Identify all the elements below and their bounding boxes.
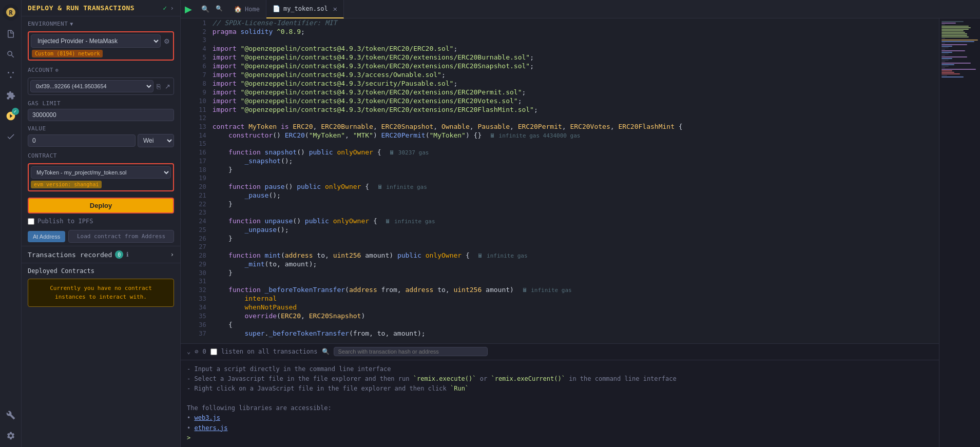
gas-limit-input[interactable] bbox=[28, 109, 174, 121]
code-scroll-area[interactable]: 1 // SPDX-License-Identifier: MIT 2 prag… bbox=[181, 18, 939, 343]
search-tx-input[interactable] bbox=[334, 347, 488, 356]
no-contract-message: Currently you have no contract instances… bbox=[50, 285, 152, 300]
check-icon: ✓ bbox=[163, 4, 167, 12]
table-row: 25 _unpause(); bbox=[181, 225, 939, 234]
line-num-16: 16 bbox=[181, 148, 213, 157]
deploy-badge: ✓ bbox=[12, 108, 19, 115]
code-line-22: } bbox=[213, 200, 939, 208]
tab-my-token[interactable]: 📄 my_token.sol ✕ bbox=[266, 0, 344, 18]
tab-close-button[interactable]: ✕ bbox=[333, 5, 337, 13]
copy-address-button[interactable]: ⎘ bbox=[156, 82, 162, 91]
code-line-12 bbox=[213, 114, 939, 122]
line-num-29: 29 bbox=[181, 260, 213, 268]
line-num-27: 27 bbox=[181, 243, 213, 251]
sidebar-icon-test[interactable] bbox=[2, 127, 20, 146]
env-info-button[interactable]: ⚙ bbox=[163, 36, 171, 46]
code-line-1: // SPDX-License-Identifier: MIT bbox=[213, 18, 939, 27]
sidebar-icon-search[interactable] bbox=[2, 45, 20, 64]
line-num-7: 7 bbox=[181, 70, 213, 79]
code-line-20: function pause() public onlyOwner { 🖩 in… bbox=[213, 182, 939, 191]
collapse-icon[interactable]: ⌄ bbox=[187, 348, 190, 355]
table-row: 1 // SPDX-License-Identifier: MIT bbox=[181, 18, 939, 27]
svg-point-3 bbox=[12, 72, 14, 73]
sidebar-icon-file[interactable] bbox=[2, 25, 20, 43]
line-num-23: 23 bbox=[181, 208, 213, 217]
table-row: 14 constructor() ERC20("MyToken", "MTK")… bbox=[181, 131, 939, 140]
table-row: 6 import "@openzeppelin/contracts@4.9.3/… bbox=[181, 62, 939, 70]
table-row: 17 _snapshot(); bbox=[181, 157, 939, 165]
table-row: 36 { bbox=[181, 320, 939, 329]
table-row: 21 _pause(); bbox=[181, 191, 939, 200]
tab-my-token-label: my_token.sol bbox=[283, 5, 328, 12]
code-line-31 bbox=[213, 277, 939, 285]
sidebar-icon-tools[interactable] bbox=[2, 406, 20, 424]
environment-select[interactable]: Injected Provider - MetaMask bbox=[31, 34, 161, 48]
table-row: 37 super._beforeTokenTransfer(from, to, … bbox=[181, 329, 939, 338]
code-line-8: import "@openzeppelin/contracts@4.9.3/se… bbox=[213, 79, 939, 88]
value-input[interactable] bbox=[28, 134, 136, 147]
line-num-11: 11 bbox=[181, 105, 213, 114]
account-select[interactable]: 0xf39...92266 (441.9503654 bbox=[30, 80, 153, 92]
line-num-30: 30 bbox=[181, 268, 213, 277]
table-row: 23 bbox=[181, 208, 939, 217]
code-line-33: internal bbox=[213, 294, 939, 303]
listen-checkbox[interactable] bbox=[210, 348, 217, 355]
web3-link[interactable]: web3.js bbox=[194, 414, 220, 421]
contract-select[interactable]: MyToken - my_project/my_token.sol bbox=[31, 166, 171, 179]
expand-icon[interactable]: › bbox=[170, 4, 174, 12]
tab-bar: ▶ 🔍 🔍 🏠 Home 📄 my_token.sol ✕ bbox=[181, 0, 980, 18]
minimap bbox=[939, 18, 980, 447]
line-num-37: 37 bbox=[181, 329, 213, 338]
account-row: 0xf39...92266 (441.9503654 ⎘ ↗ bbox=[30, 80, 171, 92]
code-line-28: function mint(address to, uint256 amount… bbox=[213, 251, 939, 260]
value-label: VALUE bbox=[22, 122, 180, 133]
sidebar-icon-git[interactable] bbox=[2, 66, 20, 84]
line-num-13: 13 bbox=[181, 122, 213, 131]
table-row: 15 bbox=[181, 140, 939, 148]
at-address-button[interactable]: At Address bbox=[28, 231, 65, 242]
line-num-18: 18 bbox=[181, 165, 213, 174]
code-line-35: override(ERC20, ERC20Snapshot) bbox=[213, 312, 939, 320]
deploy-button[interactable]: Deploy bbox=[28, 198, 174, 213]
table-row: 18 } bbox=[181, 165, 939, 174]
sidebar-icon-deploy[interactable]: ✓ bbox=[2, 107, 20, 125]
minimap-content bbox=[939, 18, 980, 80]
zoom-in-icon[interactable]: 🔍 bbox=[199, 4, 212, 14]
table-row: 19 bbox=[181, 174, 939, 182]
table-row: 27 bbox=[181, 243, 939, 251]
line-num-24: 24 bbox=[181, 217, 213, 225]
environment-label: ENVIRONMENT ▼ bbox=[22, 16, 180, 29]
search-icon-bottom: 🔍 bbox=[322, 348, 330, 355]
environment-box: Injected Provider - MetaMask ⚙ Custom (8… bbox=[28, 31, 174, 61]
line-num-20: 20 bbox=[181, 182, 213, 191]
ethers-link[interactable]: ethers.js bbox=[194, 424, 227, 432]
account-label: ACCOUNT ⊕ bbox=[22, 63, 180, 75]
load-contract-button[interactable]: Load contract from Address bbox=[68, 230, 174, 243]
transactions-row[interactable]: Transactions recorded 0 ℹ › bbox=[22, 246, 180, 263]
svg-point-4 bbox=[10, 76, 11, 78]
unit-select[interactable]: Wei Gwei Finney Ether bbox=[138, 134, 174, 147]
external-link-button[interactable]: ↗ bbox=[164, 82, 171, 91]
table-row: 11 import "@openzeppelin/contracts@4.9.3… bbox=[181, 105, 939, 114]
info-icon: ▼ bbox=[70, 21, 73, 27]
tx-count-badge: 0 bbox=[115, 250, 123, 259]
code-line-25: _unpause(); bbox=[213, 225, 939, 234]
stop-icon[interactable]: ⊘ bbox=[195, 348, 198, 355]
network-badge: Custom (8194) network bbox=[32, 50, 103, 57]
panel-header: DEPLOY & RUN TRANSACTIONS ✓ › bbox=[22, 0, 180, 16]
value-row: Wei Gwei Finney Ether bbox=[28, 134, 174, 147]
sidebar-icon-plugin[interactable] bbox=[2, 86, 20, 105]
code-line-17: _snapshot(); bbox=[213, 157, 939, 165]
tab-home[interactable]: 🏠 Home bbox=[228, 0, 266, 18]
run-button[interactable]: ▶ bbox=[181, 4, 196, 15]
zoom-out-icon[interactable]: 🔍 bbox=[214, 4, 225, 14]
code-line-29: _mint(to, amount); bbox=[213, 260, 939, 268]
console-line-7: • ethers.js bbox=[187, 423, 933, 433]
code-line-11: import "@openzeppelin/contracts@4.9.3/to… bbox=[213, 105, 939, 114]
code-line-30: } bbox=[213, 268, 939, 277]
publish-checkbox[interactable] bbox=[28, 218, 34, 225]
sidebar-icon-settings[interactable] bbox=[2, 426, 20, 445]
bottom-bar: ⌄ ⊘ 0 listen on all transactions 🔍 bbox=[181, 343, 939, 360]
table-row: 20 function pause() public onlyOwner { 🖩… bbox=[181, 182, 939, 191]
table-row: 32 function _beforeTokenTransfer(address… bbox=[181, 285, 939, 294]
